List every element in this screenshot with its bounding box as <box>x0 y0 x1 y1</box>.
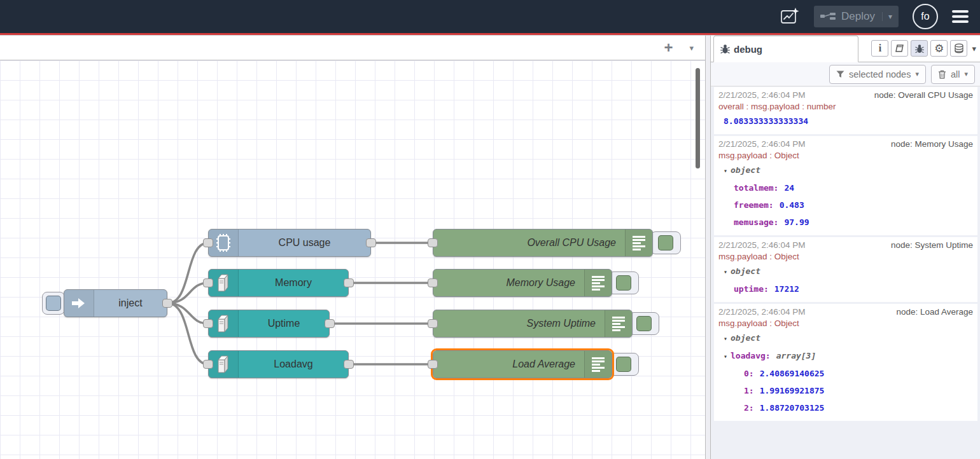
node-red-app: Deploy ▾ fo + ▾ <box>0 0 980 459</box>
main-menu-button[interactable] <box>952 10 969 23</box>
output-port[interactable] <box>344 360 354 369</box>
node-label: Memory <box>239 270 348 296</box>
debug-filter-label: selected nodes <box>849 69 911 79</box>
debug-topic: overall : msg.payload : number <box>718 101 973 113</box>
bug-icon <box>720 44 730 54</box>
node-memory[interactable]: Memory <box>208 269 349 297</box>
deploy-icon <box>820 12 836 21</box>
debug-enable-button[interactable] <box>608 353 639 376</box>
debug-clear-label: all <box>951 69 960 79</box>
debug-message[interactable]: 2/21/2025, 2:46:04 PMnode: Overall CPU U… <box>714 87 977 136</box>
node-uptime[interactable]: Uptime <box>208 310 330 338</box>
debug-value-num: 1.99169921875 <box>760 382 825 399</box>
deploy-options-caret-icon[interactable]: ▾ <box>882 12 892 21</box>
node-system-uptime[interactable]: System Uptime <box>433 310 633 338</box>
wire[interactable] <box>167 283 208 303</box>
input-port[interactable] <box>428 360 438 369</box>
debug-console-icon <box>584 270 612 296</box>
collapse-caret-icon[interactable]: ▾ <box>724 162 727 179</box>
debug-row: ▾loadavg:array[3] <box>718 347 973 365</box>
output-port[interactable] <box>366 238 376 247</box>
debug-message[interactable]: 2/21/2025, 2:46:04 PMnode: Load Averagem… <box>714 304 977 423</box>
funnel-icon <box>836 71 844 78</box>
flow-list-caret-icon[interactable]: ▾ <box>689 43 694 53</box>
node-cpu-usage[interactable]: CPU usage <box>208 229 371 257</box>
input-port[interactable] <box>428 278 438 287</box>
debug-clear-button[interactable]: all ▾ <box>931 65 975 84</box>
debug-message-meta: 2/21/2025, 2:46:04 PMnode: Overall CPU U… <box>718 89 973 101</box>
input-port[interactable] <box>203 319 213 328</box>
node-label: Uptime <box>239 310 329 337</box>
collapse-caret-icon[interactable]: ▾ <box>724 330 727 347</box>
debug-console-icon <box>605 310 632 337</box>
debug-message-meta: 2/21/2025, 2:46:04 PMnode: Memory Usage <box>718 138 973 150</box>
debug-message[interactable]: 2/21/2025, 2:46:04 PMnode: System Uptime… <box>714 237 977 304</box>
debug-row: totalmem:24 <box>718 179 973 196</box>
collapse-caret-icon[interactable]: ▾ <box>724 348 727 365</box>
add-flow-button[interactable]: + <box>664 40 673 55</box>
flow-editor-pane: + ▾ <box>0 36 705 459</box>
flow-canvas[interactable]: inject <box>0 60 705 459</box>
output-port[interactable] <box>162 299 172 308</box>
bug-icon <box>915 44 924 53</box>
canvas-vertical-scrollbar[interactable] <box>696 68 700 168</box>
node-label: Overall CPU Usage <box>433 230 625 256</box>
node-overall-cpu-usage[interactable]: Overall CPU Usage <box>433 229 653 257</box>
node-memory-usage[interactable]: Memory Usage <box>433 269 612 297</box>
output-port[interactable] <box>344 278 354 287</box>
deploy-button[interactable]: Deploy ▾ <box>814 6 899 27</box>
gear-icon: ⚙ <box>934 43 944 54</box>
debug-value-key: freemem: <box>734 196 774 214</box>
debug-source-node: node: Load Average <box>896 306 973 318</box>
debug-value-key: uptime: <box>734 280 769 298</box>
computer-tower-icon <box>209 270 239 296</box>
debug-console-icon <box>584 351 612 378</box>
debug-value-num: 0.483 <box>780 196 804 214</box>
debug-timestamp: 2/21/2025, 2:46:04 PM <box>718 239 806 251</box>
debug-timestamp: 2/21/2025, 2:46:04 PM <box>718 89 806 101</box>
input-port[interactable] <box>428 238 438 247</box>
header-bar: Deploy ▾ fo <box>0 0 980 33</box>
debug-message[interactable]: 2/21/2025, 2:46:04 PMnode: Memory Usagem… <box>714 136 977 237</box>
input-port[interactable] <box>428 319 438 328</box>
filter-caret-icon: ▾ <box>915 70 919 78</box>
user-initials: fo <box>921 11 929 22</box>
debug-enable-button[interactable] <box>629 312 659 335</box>
node-loadavg[interactable]: Loadavg <box>208 350 349 378</box>
debug-value-meta: object <box>731 263 760 280</box>
sidebar-tabs-caret-icon[interactable]: ▾ <box>972 44 976 53</box>
debug-timestamp: 2/21/2025, 2:46:04 PM <box>718 138 806 150</box>
input-port[interactable] <box>203 278 213 287</box>
input-port[interactable] <box>203 360 213 369</box>
debug-tab-button[interactable] <box>911 40 928 57</box>
book-icon <box>895 44 905 53</box>
debug-message-meta: 2/21/2025, 2:46:04 PMnode: System Uptime <box>718 239 973 251</box>
debug-value-num: 17212 <box>774 280 799 298</box>
clear-caret-icon: ▾ <box>964 70 968 78</box>
collapse-caret-icon[interactable]: ▾ <box>724 263 727 280</box>
debug-enable-button[interactable] <box>608 271 639 294</box>
ai-assistant-icon[interactable] <box>780 7 800 26</box>
node-load-average[interactable]: Load Average <box>433 350 612 378</box>
wire-layer <box>0 60 705 459</box>
context-tab-button[interactable] <box>950 40 967 57</box>
debug-source-node: node: Overall CPU Usage <box>874 89 973 101</box>
debug-filter-button[interactable]: selected nodes ▾ <box>829 65 926 84</box>
inject-trigger-button[interactable] <box>42 292 65 315</box>
tab-debug[interactable]: debug <box>713 36 858 62</box>
debug-source-node: node: System Uptime <box>891 239 973 251</box>
sidebar-splitter[interactable] <box>705 36 711 459</box>
node-inject[interactable]: inject <box>64 289 167 317</box>
debug-enable-button[interactable] <box>650 231 681 254</box>
input-port[interactable] <box>203 238 213 247</box>
config-tab-button[interactable]: ⚙ <box>930 40 948 57</box>
output-port[interactable] <box>325 319 335 328</box>
debug-message-list: 2/21/2025, 2:46:04 PMnode: Overall CPU U… <box>711 86 980 459</box>
node-label: Loadavg <box>239 351 348 378</box>
help-tab-button[interactable] <box>891 40 908 57</box>
info-tab-button[interactable]: i <box>871 40 888 57</box>
user-menu-button[interactable]: fo <box>913 4 938 29</box>
debug-message-meta: 2/21/2025, 2:46:04 PMnode: Load Average <box>718 306 973 318</box>
computer-tower-icon <box>209 310 239 337</box>
wire[interactable] <box>167 303 208 324</box>
